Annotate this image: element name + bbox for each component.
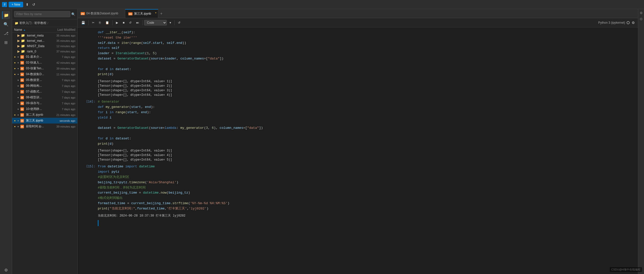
folder-icon-2: 📁 xyxy=(21,34,25,37)
stop-button[interactable]: ■ xyxy=(121,20,126,25)
file-name-col: ● ●py 06-网络构... xyxy=(14,84,48,88)
file-modified-col: 39 minutes ago xyxy=(48,67,75,70)
modified-dot: ● xyxy=(14,119,16,122)
list-item[interactable]: ● ●py 获取时间.ip... 39 minutes ago xyxy=(12,124,77,129)
list-item[interactable]: ● ▶ 📁 kernel_met... 35 minutes ago xyxy=(12,38,77,43)
list-item[interactable]: ● ●py 02-快速入... 42 minutes ago xyxy=(12,60,77,66)
folder-icon: ▶ xyxy=(17,34,20,37)
cell-type-dropdown[interactable]: ▾ xyxy=(168,20,173,25)
folder-icon-2: 📁 xyxy=(21,39,25,43)
file-name-text: 05-数据变... xyxy=(26,78,42,82)
notebook-icon: py xyxy=(20,107,24,111)
file-name-text: 第二天.ipynb xyxy=(26,113,43,117)
list-item[interactable]: ● ●py 05-数据变... 7 days ago xyxy=(12,77,77,83)
cut-button[interactable]: ✂ xyxy=(90,20,96,25)
list-item[interactable]: ● ●py 第二天.ipynb 21 minutes ago xyxy=(12,112,77,118)
modified-dot: ● xyxy=(14,67,16,70)
sidebar-icon-git[interactable]: ⎇ xyxy=(2,29,10,37)
search-input[interactable] xyxy=(14,11,70,17)
notebook-tab[interactable]: py 第三天.ipynb ✕ xyxy=(125,9,158,18)
notebook-bullet: ● xyxy=(17,90,19,93)
tab-bar: py 04-数据集Dataset.ipynb ✕ py 第三天.ipynb ✕ … xyxy=(78,9,638,18)
list-item[interactable]: ● ●py 03-张量Ten... 39 minutes ago xyxy=(12,66,77,71)
copy-button[interactable]: ⎘ xyxy=(97,20,103,25)
file-modified-col: 7 days ago xyxy=(48,96,75,99)
run-button[interactable]: ▶ xyxy=(114,20,120,25)
settings-button-toolbar[interactable]: ⚙ xyxy=(631,20,636,26)
breadcrumb-level2[interactable]: 初学教程 xyxy=(34,21,46,25)
sidebar-icon-search[interactable]: 🔍 xyxy=(2,20,10,28)
cell-code-15[interactable]: from datetime import datetime import pyt… xyxy=(98,164,633,211)
refresh-kernel-button[interactable]: ↺ xyxy=(176,20,182,25)
notebook-tab[interactable]: py 04-数据集Dataset.ipynb ✕ xyxy=(78,9,125,18)
file-name-col: ● ●py 09-保存与... xyxy=(14,101,48,105)
tab-label: 第三天.ipynb xyxy=(134,12,151,16)
list-item[interactable]: ● ▶ 📁 kernel_meta 35 minutes ago xyxy=(12,33,77,38)
notebook-bullet: ● xyxy=(17,125,19,128)
notebook-icon: py xyxy=(20,119,24,123)
folder-icon: ▶ xyxy=(17,44,20,48)
notebook-icon: py xyxy=(20,125,24,128)
notebook-content: def __iter__(self): '''reset the iter'''… xyxy=(78,27,638,274)
modified-dot: ● xyxy=(14,55,16,58)
notebook-bullet: ● xyxy=(17,119,19,122)
save-button[interactable]: 💾 xyxy=(80,20,87,25)
file-name-text: 第三天.ipynb xyxy=(26,118,43,123)
upload-button[interactable]: ⬆ xyxy=(25,2,30,8)
file-modified-col: seconds ago xyxy=(48,119,75,122)
fast-forward-button[interactable]: ⏭ xyxy=(134,20,141,25)
file-modified-col: 7 days ago xyxy=(48,102,75,105)
cell-input-next[interactable] xyxy=(98,220,633,226)
file-modified-col: 42 minutes ago xyxy=(48,61,75,64)
file-name-text: 03-张量Ten... xyxy=(26,66,44,71)
breadcrumb-level1[interactable]: 初学入门 xyxy=(19,21,31,25)
notebook-bullet: ● xyxy=(17,108,19,110)
list-item[interactable]: ● ●py 06-网络构... 7 days ago xyxy=(12,83,77,89)
right-sidebar-settings-icon[interactable]: ⚙ xyxy=(640,11,643,15)
sidebar-icon-extensions[interactable]: ⊞ xyxy=(2,38,10,46)
sidebar-icon-files[interactable]: 📁 xyxy=(2,11,10,19)
list-item[interactable]: ● ●py 08-模型训... 7 days ago xyxy=(12,95,77,100)
sidebar-icon-settings[interactable]: ⚙ xyxy=(2,266,10,274)
list-item[interactable]: ● ●py 10-使用静... 7 days ago xyxy=(12,106,77,112)
file-name-text: 获取时间.ip... xyxy=(26,124,44,129)
cell-code-14[interactable]: # Generator def my_generator(start, end)… xyxy=(98,99,633,146)
list-item[interactable]: ● ●py 04-数据集D... 11 minutes ago xyxy=(12,71,77,77)
list-item[interactable]: ● ●py 09-保存与... 7 days ago xyxy=(12,100,77,106)
right-sidebar-circle-icon[interactable]: ◎ xyxy=(640,17,642,21)
breadcrumb-icon: 📁 xyxy=(15,21,18,25)
kernel-status: Python 3 (ipykernel) xyxy=(598,21,630,24)
kernel-circle xyxy=(627,21,630,24)
file-name-col: ● ▶ 📁 kernel_meta xyxy=(14,34,48,37)
add-tab-button[interactable]: + xyxy=(158,9,165,18)
cell-type-select[interactable]: Code Markdown Raw xyxy=(144,20,167,25)
output-15: 当前北京时间: 2024-06-28 10:37:30 打卡第三天 lyj020… xyxy=(98,212,633,220)
file-name-col: ● ●py 01-基本介... xyxy=(14,55,48,59)
col-modified-header[interactable]: Last Modified xyxy=(48,28,75,32)
list-item[interactable]: ● ▶ 📁 MNIST_Data 12 minutes ago xyxy=(12,43,77,49)
right-sidebar: ⚙ ◎ xyxy=(638,9,644,274)
list-item[interactable]: ● ●py 第三天.ipynb seconds ago xyxy=(12,118,77,124)
sidebar-icons: 📁 🔍 ⎇ ⊞ ⚙ xyxy=(0,9,12,274)
new-button[interactable]: + New xyxy=(9,2,23,7)
file-name-col: ● ●py 10-使用静... xyxy=(14,107,48,111)
toolbar-separator-4 xyxy=(174,20,175,25)
refresh-button[interactable]: ↺ xyxy=(31,2,36,8)
file-name-text: 08-模型训... xyxy=(26,95,42,100)
restart-button[interactable]: ↺ xyxy=(127,20,133,25)
list-item[interactable]: ● ●py 01-基本介... 7 days ago xyxy=(12,54,77,60)
notebook-bullet: ● xyxy=(17,55,19,58)
paste-button[interactable]: 📋 xyxy=(104,20,111,25)
cell-code-0[interactable]: def __iter__(self): '''reset the iter'''… xyxy=(98,30,633,77)
list-item[interactable]: ● ●py 07-函数式... 7 days ago xyxy=(12,89,77,95)
file-name-col: ● ●py 05-数据变... xyxy=(14,78,48,82)
notebook-bullet: ● xyxy=(17,79,19,81)
file-modified-col: 39 minutes ago xyxy=(48,125,75,128)
toolbar-separator-1 xyxy=(88,20,89,25)
list-item[interactable]: ● ▶ 📁 rank_0 37 minutes ago xyxy=(12,49,77,54)
col-name-header[interactable]: Name ▲ xyxy=(14,28,48,32)
file-name-col: ● ●py 07-函数式... xyxy=(14,89,48,94)
cell-next xyxy=(83,220,633,226)
notebook-icon: py xyxy=(20,113,24,117)
output-0: [Tensor(shape=[], dtype=Int64, value= 1)… xyxy=(98,78,633,99)
